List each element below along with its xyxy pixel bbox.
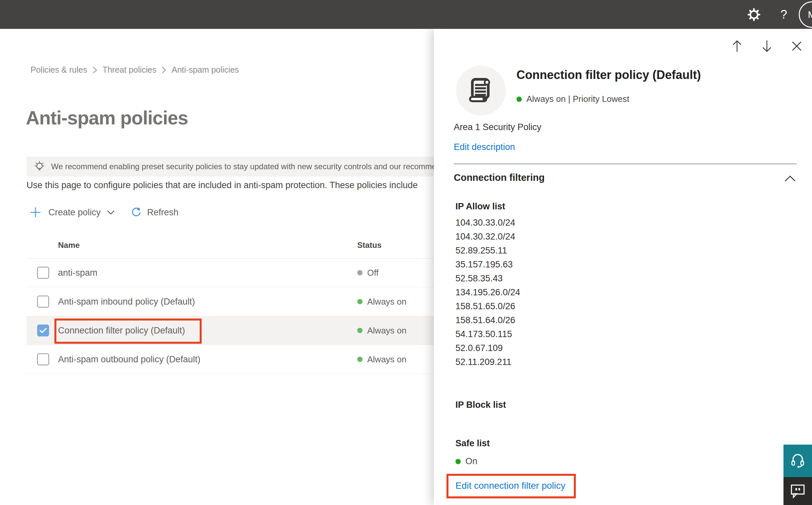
create-policy-button[interactable]: Create policy xyxy=(30,207,115,218)
edit-connection-filter-policy-link[interactable]: Edit connection filter policy xyxy=(455,480,566,491)
ip-entry: 54.173.50.115 xyxy=(455,327,520,341)
lightbulb-icon xyxy=(34,160,45,173)
status-dot xyxy=(357,270,363,276)
column-header-status[interactable]: Status xyxy=(357,240,381,250)
ip-entry: 158.51.64.0/26 xyxy=(455,313,520,327)
policy-status: Off xyxy=(357,268,379,278)
feedback-button[interactable] xyxy=(784,477,812,505)
previous-item-button[interactable] xyxy=(730,39,744,53)
page-title: Anti-spam policies xyxy=(26,107,188,129)
chevron-right-icon xyxy=(162,66,166,74)
safe-list-status: On xyxy=(455,456,477,467)
policy-name[interactable]: Connection filter policy (Default) xyxy=(58,326,185,336)
chevron-down-icon xyxy=(107,210,115,215)
ip-entry: 35.157.195.63 xyxy=(455,258,520,272)
support-button[interactable] xyxy=(784,445,812,477)
breadcrumb-policies-rules[interactable]: Policies & rules xyxy=(30,65,87,75)
column-header-name[interactable]: Name xyxy=(58,240,79,250)
ip-entry: 134.195.26.0/24 xyxy=(455,285,520,299)
top-app-bar: ? M xyxy=(0,0,812,29)
row-checkbox[interactable] xyxy=(37,267,49,279)
breadcrumb-threat-policies[interactable]: Threat policies xyxy=(103,65,157,75)
list-toolbar: Create policy Refresh xyxy=(30,204,178,221)
ip-entry: 104.30.32.0/24 xyxy=(455,229,520,243)
status-dot xyxy=(517,97,522,102)
chevron-up-icon xyxy=(784,175,796,182)
ip-entry: 52.11.209.211 xyxy=(455,355,520,369)
safe-list-title: Safe list xyxy=(455,438,490,449)
ip-block-list-title: IP Block list xyxy=(455,400,506,410)
help-button[interactable]: ? xyxy=(769,0,799,29)
status-dot xyxy=(357,328,363,333)
edit-description-link[interactable]: Edit description xyxy=(454,142,515,152)
ip-entry: 52.89.255.11 xyxy=(455,243,520,258)
refresh-icon xyxy=(131,207,142,218)
ip-entry: 52.0.67.109 xyxy=(455,341,520,355)
arrow-up-icon xyxy=(731,39,743,53)
flyout-status-line: Always on | Priority Lowest xyxy=(517,94,629,104)
anti-spam-policies-page: ? M Policies & rules Threat policies Ant… xyxy=(0,0,812,505)
policy-status: Always on xyxy=(357,297,407,307)
chevron-right-icon xyxy=(92,66,97,74)
status-dot xyxy=(357,357,363,362)
connection-filtering-section-title: Connection filtering xyxy=(454,172,545,183)
headset-icon xyxy=(790,453,805,469)
status-dot xyxy=(357,299,363,304)
policy-description: Area 1 Security Policy xyxy=(454,122,541,132)
account-avatar[interactable]: M xyxy=(799,1,812,28)
status-label: Off xyxy=(367,268,379,278)
row-checkbox-checked[interactable] xyxy=(37,325,49,336)
safe-list-status-label: On xyxy=(465,456,477,467)
refresh-button[interactable]: Refresh xyxy=(115,207,179,218)
avatar-initial: M xyxy=(808,9,812,20)
policy-name[interactable]: Anti-spam inbound policy (Default) xyxy=(58,297,195,307)
flyout-nav xyxy=(730,39,804,53)
row-checkbox[interactable] xyxy=(37,353,49,365)
create-policy-label: Create policy xyxy=(48,207,101,218)
flyout-title: Connection filter policy (Default) xyxy=(517,68,795,82)
policy-details-flyout: Connection filter policy (Default) Alway… xyxy=(434,29,812,505)
settings-button[interactable] xyxy=(739,0,769,29)
close-icon xyxy=(791,40,802,52)
policy-name[interactable]: Anti-spam outbound policy (Default) xyxy=(58,354,200,365)
policy-status: Always on xyxy=(357,354,407,365)
policy-scroll-icon xyxy=(467,76,495,105)
next-item-button[interactable] xyxy=(760,39,774,53)
ip-entry: 52.58.35.43 xyxy=(455,272,520,285)
policy-status: Always on xyxy=(357,326,407,336)
status-label: Always on xyxy=(367,297,407,307)
status-label: Always on xyxy=(367,354,407,365)
ip-allow-list-title: IP Allow list xyxy=(455,201,505,212)
status-label: Always on xyxy=(367,326,407,336)
divider xyxy=(454,164,797,164)
ip-entry: 104.30.33.0/24 xyxy=(455,216,520,229)
flyout-status-text: Always on | Priority Lowest xyxy=(527,94,629,104)
policy-name[interactable]: anti-spam xyxy=(58,268,97,278)
status-dot xyxy=(455,459,461,464)
ip-entry: 158.51.65.0/26 xyxy=(455,299,520,313)
gear-icon xyxy=(747,8,761,21)
plus-icon xyxy=(30,207,41,218)
checkmark-icon xyxy=(39,327,47,334)
close-flyout-button[interactable] xyxy=(789,39,804,53)
policy-icon-badge xyxy=(456,66,506,116)
breadcrumb: Policies & rules Threat policies Anti-sp… xyxy=(30,65,239,75)
arrow-down-icon xyxy=(761,39,773,53)
collapse-section-button[interactable] xyxy=(784,175,796,183)
ip-allow-list: 104.30.33.0/24 104.30.32.0/24 52.89.255.… xyxy=(455,216,520,369)
refresh-label: Refresh xyxy=(147,207,179,218)
row-checkbox[interactable] xyxy=(37,296,49,308)
speech-bubble-icon xyxy=(790,484,805,498)
help-icon: ? xyxy=(781,8,787,22)
breadcrumb-anti-spam-policies[interactable]: Anti-spam policies xyxy=(172,65,239,75)
banner-text: We recommend enabling preset security po… xyxy=(51,162,436,171)
